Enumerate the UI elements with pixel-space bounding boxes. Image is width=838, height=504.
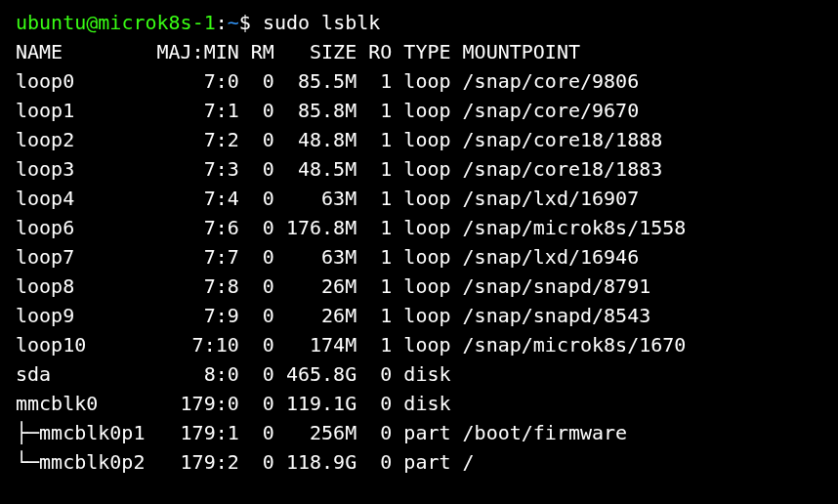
prompt-dollar: $ [239,11,251,34]
lsblk-header: NAME MAJ:MIN RM SIZE RO TYPE MOUNTPOINT [16,40,580,63]
terminal[interactable]: ubuntu@microk8s-1:~$ sudo lsblk NAME MAJ… [0,0,838,484]
command-text: sudo lsblk [263,11,380,34]
prompt-user: ubuntu [16,11,86,34]
prompt-at: @ [86,11,98,34]
prompt-path: ~ [228,11,239,34]
lsblk-rows: loop0 7:0 0 85.5M 1 loop /snap/core/9806… [16,69,686,474]
prompt-colon: : [216,11,228,34]
prompt: ubuntu@microk8s-1:~$ [16,11,251,34]
prompt-host: microk8s-1 [98,11,215,34]
